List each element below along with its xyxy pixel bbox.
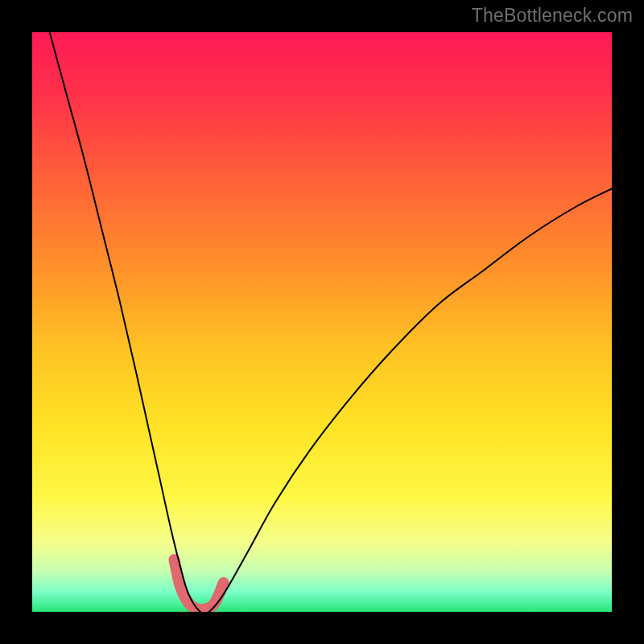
outer-frame: TheBottleneck.com: [0, 0, 644, 644]
chart-plot-area: [32, 32, 612, 612]
watermark-text: TheBottleneck.com: [472, 5, 633, 27]
chart-svg: [32, 32, 612, 612]
gradient-background: [32, 32, 612, 612]
